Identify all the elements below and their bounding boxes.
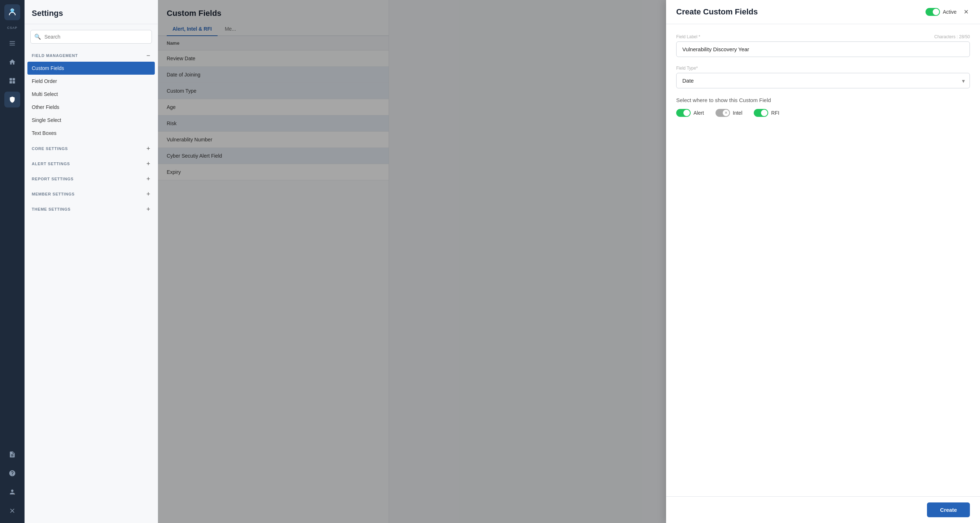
svg-rect-4 xyxy=(10,78,12,81)
field-type-select-wrapper: Date Text Number Single Select Multi Sel… xyxy=(676,73,970,88)
intel-toggle-label: Intel xyxy=(733,110,742,116)
field-management-collapse-btn[interactable]: − xyxy=(146,52,151,59)
rfi-toggle[interactable] xyxy=(754,109,768,117)
alert-settings-expand-btn[interactable]: + xyxy=(146,161,151,167)
modal-footer: Create xyxy=(666,496,980,523)
alert-toggle[interactable] xyxy=(676,109,690,117)
active-label: Active xyxy=(943,9,956,15)
alert-settings-header: ALERT SETTINGS + xyxy=(24,155,158,170)
main-area: Custom Fields Alert, Intel & RFI Me... N… xyxy=(158,0,980,523)
nav-shield[interactable] xyxy=(4,92,20,108)
active-toggle[interactable] xyxy=(926,8,940,16)
svg-rect-5 xyxy=(13,78,15,81)
member-settings-header: MEMBER SETTINGS + xyxy=(24,185,158,200)
theme-settings-expand-btn[interactable]: + xyxy=(146,206,151,213)
svg-rect-6 xyxy=(10,81,12,84)
sidebar-item-single-select[interactable]: Single Select xyxy=(24,114,158,127)
sidebar-item-text-boxes[interactable]: Text Boxes xyxy=(24,127,158,140)
modal-header: Create Custom Fields Active × xyxy=(666,0,980,24)
member-settings-expand-btn[interactable]: + xyxy=(146,191,151,197)
where-to-show-group: Select where to show this Custom Field A… xyxy=(676,97,970,117)
create-button[interactable]: Create xyxy=(927,502,970,517)
left-navigation: CSAP xyxy=(0,0,24,523)
sidebar-search-container: 🔍 xyxy=(30,30,152,44)
modal-body: Field Label * Characters : 28/50 Field T… xyxy=(666,24,980,496)
field-type-label: Field Type* xyxy=(676,66,970,71)
sidebar-item-other-fields[interactable]: Other Fields xyxy=(24,101,158,114)
core-settings-expand-btn[interactable]: + xyxy=(146,145,151,152)
nav-help[interactable] xyxy=(4,465,20,481)
where-to-show-toggles: Alert Intel RFI xyxy=(676,109,970,117)
svg-rect-2 xyxy=(10,43,15,44)
active-toggle-row: Active xyxy=(926,8,956,16)
search-icon: 🔍 xyxy=(34,33,41,40)
field-type-select[interactable]: Date Text Number Single Select Multi Sel… xyxy=(676,73,970,88)
svg-rect-7 xyxy=(13,81,15,84)
field-management-items: Custom Fields Field Order Multi Select O… xyxy=(24,62,158,140)
modal-overlay: Create Custom Fields Active × xyxy=(158,0,980,523)
report-settings-header: REPORT SETTINGS + xyxy=(24,170,158,185)
nav-dashboard[interactable] xyxy=(4,73,20,89)
theme-settings-header: THEME SETTINGS + xyxy=(24,200,158,215)
nav-home[interactable] xyxy=(4,54,20,70)
sidebar-item-custom-fields[interactable]: Custom Fields xyxy=(27,62,155,75)
field-label-group: Field Label * Characters : 28/50 xyxy=(676,34,970,57)
svg-rect-1 xyxy=(10,41,15,42)
main-row: Custom Fields Alert, Intel & RFI Me... N… xyxy=(158,0,980,523)
sidebar-item-multi-select[interactable]: Multi Select xyxy=(24,87,158,101)
sidebar-item-field-order[interactable]: Field Order xyxy=(24,75,158,87)
search-input[interactable] xyxy=(30,30,152,44)
rfi-toggle-item: RFI xyxy=(754,109,780,117)
field-label-input[interactable] xyxy=(676,41,970,57)
intel-toggle-item: Intel xyxy=(716,109,742,117)
app-name-label: CSAP xyxy=(7,26,18,30)
sidebar-title: Settings xyxy=(24,0,158,24)
report-settings-expand-btn[interactable]: + xyxy=(146,176,151,182)
app-logo xyxy=(4,4,20,20)
alert-toggle-label: Alert xyxy=(694,110,704,116)
where-to-show-label: Select where to show this Custom Field xyxy=(676,97,970,103)
field-label-label: Field Label * Characters : 28/50 xyxy=(676,34,970,39)
field-type-group: Field Type* Date Text Number Single Sele… xyxy=(676,66,970,88)
nav-close[interactable] xyxy=(4,503,20,519)
core-settings-header: CORE SETTINGS + xyxy=(24,140,158,155)
modal-close-button[interactable]: × xyxy=(963,8,970,16)
settings-sidebar: Settings 🔍 FIELD MANAGEMENT − Custom Fie… xyxy=(24,0,158,523)
modal-title: Create Custom Fields xyxy=(676,7,758,17)
rfi-toggle-label: RFI xyxy=(771,110,780,116)
field-management-section-header: FIELD MANAGEMENT − xyxy=(24,46,158,62)
nav-user-settings[interactable] xyxy=(4,484,20,500)
modal-header-right: Active × xyxy=(926,8,970,16)
create-custom-fields-modal: Create Custom Fields Active × xyxy=(666,0,980,523)
svg-point-8 xyxy=(14,493,15,494)
nav-report[interactable] xyxy=(4,447,20,463)
intel-toggle[interactable] xyxy=(716,109,730,117)
nav-bottom-section xyxy=(4,447,20,519)
nav-menu[interactable] xyxy=(4,35,20,51)
alert-toggle-item: Alert xyxy=(676,109,704,117)
svg-rect-3 xyxy=(10,45,15,45)
